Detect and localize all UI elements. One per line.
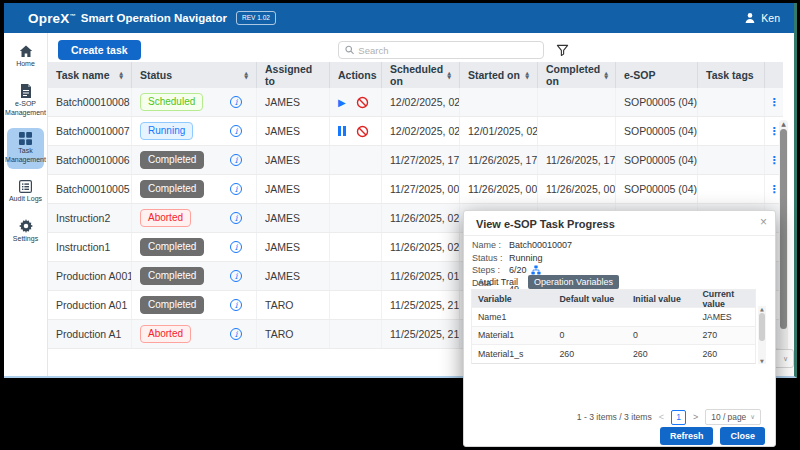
actions-cell	[330, 233, 382, 261]
filter-button[interactable]	[549, 41, 575, 59]
funnel-icon	[556, 44, 569, 57]
next-page-icon[interactable]: >	[693, 412, 698, 422]
scroll-up-icon[interactable]: ▲	[758, 306, 766, 312]
assigned-cell: JAMES	[257, 262, 330, 290]
started-cell	[460, 88, 538, 116]
assigned-cell: JAMES	[257, 146, 330, 174]
page-number-button[interactable]: 1	[671, 410, 686, 425]
task-name-cell: Batch00010007	[48, 117, 132, 145]
modal-title: View e-SOP Task Progress	[476, 218, 615, 230]
sort-icon[interactable]: ▲▼	[600, 71, 608, 79]
refresh-button[interactable]: Refresh	[660, 427, 714, 445]
variables-scrollbar[interactable]: ▲ ▼	[758, 306, 766, 364]
kebab-menu-icon[interactable]: ⋮	[769, 183, 780, 196]
page-size-select[interactable]: 10 / page∨	[705, 409, 761, 425]
variable-cell: Material1	[472, 330, 553, 340]
info-icon[interactable]: i	[230, 299, 242, 311]
search-input[interactable]	[358, 45, 537, 56]
variable-row[interactable]: Name1 JAMES	[472, 307, 755, 326]
sidebar-item-settings[interactable]: Settings	[7, 215, 44, 248]
prohibit-icon[interactable]	[356, 125, 369, 138]
table-row[interactable]: Batch00010007 Runningi JAMES 12/02/2025,…	[48, 117, 783, 146]
sort-icon[interactable]: ▲▼	[115, 71, 123, 79]
sidebar: Home e-SOP Management Task Management Au…	[4, 33, 48, 376]
sort-icon[interactable]: ▲▼	[443, 71, 451, 79]
assigned-cell: JAMES	[257, 88, 330, 116]
tags-cell	[698, 175, 765, 203]
info-icon[interactable]: i	[230, 154, 242, 166]
status-badge: Completed	[140, 151, 204, 169]
assigned-cell: JAMES	[257, 117, 330, 145]
scrollbar-thumb[interactable]	[759, 313, 765, 341]
initial-value-cell: 0	[627, 330, 697, 340]
scroll-up-icon[interactable]: ▲	[779, 120, 788, 127]
create-task-button[interactable]: Create task	[58, 40, 141, 60]
task-name-cell: Production A1	[48, 320, 132, 348]
scheduled-cell: 12/02/2025, 02:45	[382, 88, 460, 116]
app-title: Smart Operation Navigator	[81, 12, 227, 24]
table-row[interactable]: Batch00010005 Completedi JAMES 11/27/202…	[48, 175, 783, 204]
kebab-menu-icon[interactable]: ⋮	[769, 96, 780, 109]
esop-cell: SOP00005 (04)	[616, 88, 698, 116]
status-cell: Scheduledi	[132, 88, 257, 116]
info-icon[interactable]: i	[230, 125, 242, 137]
sort-icon[interactable]: ▲▼	[521, 71, 529, 79]
view-esop-task-progress-modal: View e-SOP Task Progress × Name :Batch00…	[463, 210, 776, 447]
table-row[interactable]: Batch00010008 Scheduledi JAMES ▶ 12/02/2…	[48, 88, 783, 117]
info-icon[interactable]: i	[230, 212, 242, 224]
sidebar-item-audit-logs[interactable]: Audit Logs	[7, 176, 44, 208]
play-icon[interactable]: ▶	[338, 97, 346, 108]
sidebar-item-task-management[interactable]: Task Management	[7, 128, 44, 169]
actions-cell: ▶	[330, 88, 382, 116]
task-name-cell: Batch00010006	[48, 146, 132, 174]
info-icon[interactable]: i	[230, 96, 242, 108]
variable-row[interactable]: Material1_s 260 260 260	[472, 344, 755, 363]
default-value-cell: 260	[553, 349, 626, 359]
info-icon[interactable]: i	[230, 241, 242, 253]
started-cell: 12/01/2025, 02:46	[460, 117, 538, 145]
initial-value-cell: 260	[627, 349, 697, 359]
column-header-default-value: Default value	[553, 294, 626, 304]
sort-icon[interactable]: ▲▼	[240, 71, 248, 79]
table-row[interactable]: Batch00010006 Completedi JAMES 11/27/202…	[48, 146, 783, 175]
scroll-down-icon[interactable]: ▼	[758, 358, 766, 364]
chevron-down-icon: ∨	[750, 413, 755, 421]
close-icon[interactable]: ×	[760, 215, 767, 229]
column-header-assigned-to: Assigned to	[257, 62, 330, 88]
prev-page-icon[interactable]: <	[659, 412, 664, 422]
column-header-status[interactable]: Status▲▼	[132, 62, 257, 88]
tab-operation-variables[interactable]: Operation Variables	[528, 275, 619, 289]
tags-cell	[698, 146, 765, 174]
actions-cell	[330, 291, 382, 319]
scrollbar-thumb[interactable]	[780, 129, 787, 329]
table-header-row: Task name▲▼ Status▲▼ Assigned to Actions…	[48, 62, 783, 88]
column-header-initial-value: Initial value	[627, 294, 697, 304]
tab-audit-trail[interactable]: Audit Trail	[472, 275, 524, 289]
column-header-task-name[interactable]: Task name▲▼	[48, 62, 132, 88]
grid-icon	[19, 132, 32, 145]
status-cell: Completedi	[132, 146, 257, 174]
user-menu[interactable]: Ken	[744, 12, 780, 24]
prohibit-icon[interactable]	[356, 96, 369, 109]
vertical-scrollbar[interactable]: ▲ ▼	[779, 120, 788, 358]
column-header-scheduled-on[interactable]: Scheduled on▲▼	[382, 62, 460, 88]
task-name-cell: Production A001	[48, 262, 132, 290]
info-icon[interactable]: i	[230, 183, 242, 195]
sidebar-item-home[interactable]: Home	[7, 41, 44, 73]
column-header-completed-on[interactable]: Completed on▲▼	[538, 62, 616, 88]
sidebar-item-esop-management[interactable]: e-SOP Management	[7, 80, 44, 122]
close-button[interactable]: Close	[720, 427, 765, 445]
trademark-symbol: ™	[70, 12, 76, 18]
scheduled-cell: 11/26/2025, 02:30	[382, 233, 460, 261]
kebab-menu-icon[interactable]: ⋮	[769, 125, 780, 138]
kebab-menu-icon[interactable]: ⋮	[769, 154, 780, 167]
column-header-started-on[interactable]: Started on▲▼	[460, 62, 538, 88]
gear-icon	[19, 219, 33, 233]
variable-row[interactable]: Material1 0 0 270	[472, 326, 755, 345]
pause-icon[interactable]	[338, 126, 346, 136]
status-cell: Completedi	[132, 291, 257, 319]
info-icon[interactable]: i	[230, 270, 242, 282]
flow-steps-icon[interactable]	[531, 265, 541, 275]
info-icon[interactable]: i	[230, 328, 242, 340]
pagination-summary: 1 - 3 items / 3 items	[577, 412, 652, 422]
